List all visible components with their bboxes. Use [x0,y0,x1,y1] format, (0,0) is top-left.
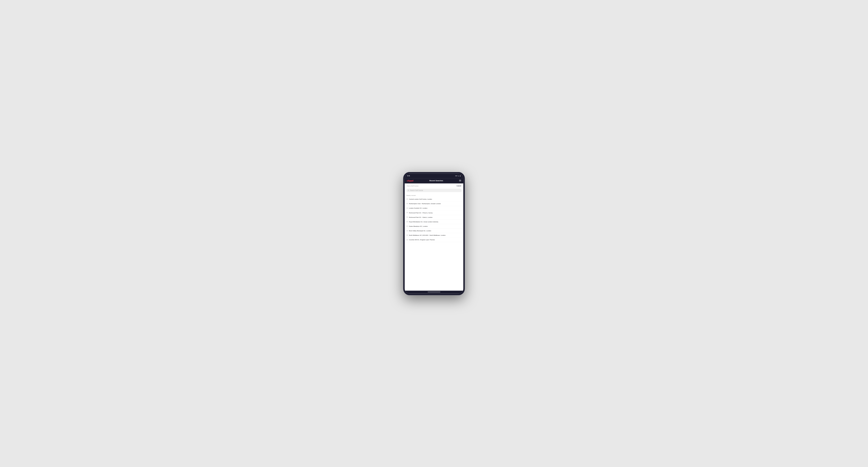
phone-screen: 9:41 ●●● ▲ ▮ clippd Recent Searches [405,174,463,293]
location-pin-icon [406,221,408,222]
course-name: Roehampton Club - Roehampton, Greater Lo… [409,203,441,205]
menu-icon[interactable] [459,180,461,181]
nearby-label: Nearby courses [405,193,463,197]
battery-icon: ▮ [460,175,461,177]
app-logo: clippd [407,179,413,182]
svg-point-3 [407,203,407,204]
course-name: London Scottish GC, London [409,207,427,209]
location-pin-icon [406,203,408,205]
svg-point-10 [407,235,407,235]
cancel-button[interactable]: Cancel [457,185,461,186]
main-content: Find a Golf Course Cancel [405,183,463,290]
location-pin-icon [406,230,408,231]
svg-point-0 [408,190,409,191]
svg-point-2 [407,199,407,199]
location-pin-icon [406,225,408,227]
location-pin-icon [406,216,408,218]
course-name: North Middlesex GC (1011942 - North Midd… [409,234,445,236]
svg-point-4 [407,208,407,208]
course-name: Coombe Hill GC, Kingston upon Thames [409,239,435,241]
list-item[interactable]: Royal Wimbledon GC, Great London Authori… [405,219,463,224]
find-header: Find a Golf Course Cancel [405,183,463,188]
location-pin-icon [406,239,408,241]
signal-icon: ●●● [455,175,458,177]
svg-point-9 [407,230,407,231]
search-icon [408,189,409,191]
home-indicator [405,290,463,293]
list-item[interactable]: Dukes Meadows GC, London [405,224,463,228]
search-box [406,189,462,192]
course-list: Central London Golf Centre, London Roeha… [405,197,463,242]
home-bar [428,292,440,292]
course-name: Central London Golf Centre, London [409,198,432,200]
location-pin-icon [406,212,408,213]
list-item[interactable]: Central London Golf Centre, London [405,197,463,201]
phone-device: 9:41 ●●● ▲ ▮ clippd Recent Searches [403,172,465,295]
find-label: Find a Golf Course [407,185,418,187]
svg-point-11 [407,240,407,240]
location-pin-icon [406,208,408,209]
course-name: Brent Valley Municipal GC, London [409,230,431,232]
list-item[interactable]: London Scottish GC, London [405,206,463,211]
nearby-section: Nearby courses Central London Golf Centr… [405,193,463,290]
svg-point-5 [407,212,407,213]
location-pin-icon [406,235,408,236]
list-item[interactable]: North Middlesex GC (1011942 - North Midd… [405,233,463,238]
status-bar: 9:41 ●●● ▲ ▮ [405,174,463,178]
search-input[interactable] [410,189,460,191]
svg-point-6 [407,217,407,217]
wifi-icon: ▲ [458,175,459,177]
list-item[interactable]: Brent Valley Municipal GC, London [405,228,463,233]
course-name: Richmond Park GC - Prince's, Surrey [409,212,433,214]
list-item[interactable]: Roehampton Club - Roehampton, Greater Lo… [405,201,463,206]
location-pin-icon [406,198,408,199]
course-name: Dukes Meadows GC, London [409,225,428,227]
list-item[interactable]: Richmond Park GC - Duke's, London [405,215,463,219]
nav-title: Recent Searches [429,180,443,182]
nav-bar: clippd Recent Searches [405,178,463,184]
course-name: Royal Wimbledon GC, Great London Authori… [409,221,438,222]
status-time: 9:41 [407,175,410,177]
search-container [405,188,463,193]
svg-point-7 [407,221,407,222]
status-icons: ●●● ▲ ▮ [455,175,461,177]
course-name: Richmond Park GC - Duke's, London [409,216,433,218]
list-item[interactable]: Richmond Park GC - Prince's, Surrey [405,211,463,215]
list-item[interactable]: Coombe Hill GC, Kingston upon Thames [405,238,463,242]
svg-point-8 [407,226,407,226]
